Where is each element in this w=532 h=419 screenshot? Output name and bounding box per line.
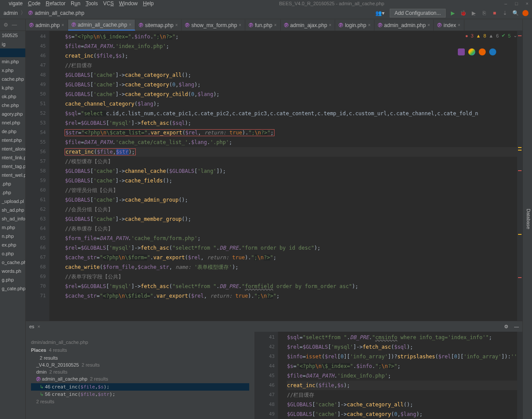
chrome-icon[interactable] <box>468 48 475 55</box>
menu-code[interactable]: Code <box>25 0 43 7</box>
window-controls: – □ × <box>505 1 529 6</box>
menu-tools[interactable]: Tools <box>83 0 100 7</box>
gear-icon[interactable]: ⚙ <box>3 22 8 28</box>
menu-navigate[interactable]: vigate <box>6 0 25 7</box>
usages-tree[interactable]: dmin/admin_all_cache.php Places 4 result… <box>26 332 254 419</box>
add-configuration-button[interactable]: Add Configuration... <box>390 9 446 17</box>
close-tab-icon[interactable]: × <box>38 324 40 329</box>
sidebar-item[interactable]: o_cache.ph <box>0 258 25 267</box>
editor-tab[interactable]: ⓟadmin_admin.php× <box>374 20 434 31</box>
sidebar-item[interactable]: .php <box>0 179 25 188</box>
editor-tab[interactable]: ⓟfun.php× <box>245 20 281 31</box>
editor-tab[interactable]: ⓟshow_mx_form.php× <box>182 20 245 31</box>
chevron-down-icon[interactable]: ⌄ <box>513 33 517 38</box>
sidebar-item[interactable]: min.php <box>0 57 25 66</box>
sidebar-item[interactable]: k.php <box>0 83 25 92</box>
editor-main[interactable]: 4445464748495051525354555657585960616263… <box>26 31 522 321</box>
sidebar-item[interactable]: cache.php <box>0 75 25 83</box>
hide-icon[interactable]: — <box>514 324 519 329</box>
gutter: 4445464748495051525354555657585960616263… <box>26 31 49 321</box>
main-area: ⚙ — 160525igmin.phpx.phpcache.phpk.phpok… <box>0 19 532 419</box>
menu-refactor[interactable]: Refactor <box>43 0 68 7</box>
database-tool-button[interactable]: Database <box>526 209 531 229</box>
close-button[interactable]: × <box>526 1 529 6</box>
sidebar-item[interactable]: nnel.php <box>0 118 25 127</box>
vcs-update-icon[interactable]: ⇣ <box>501 10 508 17</box>
preview-code[interactable]: $sql="select*from ".DB_PRE."cmsinfo wher… <box>278 332 517 419</box>
error-stripe[interactable] <box>517 31 522 321</box>
project-tool-window[interactable]: ⚙ — 160525igmin.phpx.phpcache.phpk.phpok… <box>0 19 26 419</box>
close-icon[interactable]: × <box>368 23 371 27</box>
sidebar-item[interactable]: ntent.php <box>0 136 25 144</box>
editor-tab[interactable]: ⓟadmin_all_cache.php× <box>68 20 135 31</box>
minimize-button[interactable]: – <box>505 1 507 6</box>
attach-icon[interactable]: ⎘ <box>481 10 487 17</box>
menu-help[interactable]: Help <box>141 0 157 7</box>
sidebar-item[interactable]: ntent_alone <box>0 144 25 153</box>
sidebar-item[interactable]: ok.php <box>0 92 25 101</box>
editor-area: ⓟadmin.php×ⓟadmin_all_cache.php×ⓟsitemap… <box>26 19 522 419</box>
run-with-coverage-icon[interactable]: ▶̤ <box>470 10 477 17</box>
sidebar-item[interactable]: g_cate.php <box>0 284 25 293</box>
sidebar-item[interactable]: x.php <box>0 66 25 75</box>
close-icon[interactable]: × <box>329 23 332 27</box>
sidebar-item[interactable]: o.php <box>0 249 25 258</box>
sidebar-item[interactable]: ig <box>0 40 25 48</box>
editor-tab[interactable]: ⓟlogin.php× <box>335 20 374 31</box>
editor-tab[interactable]: ⓟadmin_ajax.php× <box>281 20 336 31</box>
code-content[interactable]: $s="<?php\n\$_index=".$info.";\n?>"; $fi… <box>49 31 517 321</box>
usage-preview[interactable]: 41424344454647484950 $sql="select*from "… <box>254 332 522 419</box>
sidebar-item[interactable]: n.php <box>0 232 25 240</box>
sidebar-item[interactable]: ex.php <box>0 240 25 249</box>
sidebar-item[interactable]: sh_ad.php <box>0 206 25 214</box>
usage-hit[interactable]: ↳ 46 creat_inc($file,$s); <box>31 383 249 391</box>
close-icon[interactable]: × <box>427 23 430 27</box>
sidebar-item[interactable]: words.ph <box>0 267 25 275</box>
usage-hit[interactable]: ↳ 56 creat_inc($file,$str); <box>31 391 249 398</box>
phpstorm-icon[interactable] <box>458 48 465 55</box>
close-icon[interactable]: × <box>239 23 241 27</box>
close-icon[interactable]: × <box>129 22 131 27</box>
usage-file-path: dmin/admin_all_cache.php <box>31 340 249 345</box>
sidebar-item[interactable]: .php <box>0 188 25 197</box>
ide-update-icon[interactable] <box>522 10 529 16</box>
close-icon[interactable]: × <box>458 23 460 27</box>
menu-window[interactable]: Window <box>117 0 141 7</box>
debug-icon[interactable]: 🐞 <box>460 10 467 17</box>
sidebar-item[interactable]: _upload.pl <box>0 197 25 206</box>
close-icon[interactable]: × <box>175 23 178 27</box>
sidebar-item[interactable]: sh_ad_info. <box>0 214 25 223</box>
gear-icon[interactable]: ⚙ <box>504 324 508 329</box>
sidebar-item[interactable]: m.php <box>0 223 25 232</box>
firefox-icon[interactable] <box>479 48 486 55</box>
users-icon[interactable]: 👥▾ <box>375 10 384 16</box>
close-icon[interactable]: × <box>274 23 277 27</box>
search-icon[interactable]: 🔍 <box>512 10 519 17</box>
right-tool-stripe[interactable]: Database <box>522 19 532 419</box>
menu-vcs[interactable]: VCS <box>100 0 117 7</box>
maximize-button[interactable]: □ <box>515 1 518 6</box>
find-usages-panel[interactable]: es × ⚙ — dmin/admin_all_cache.php Places… <box>26 321 522 419</box>
sidebar-item[interactable]: agory.php <box>0 110 25 118</box>
preview-error-stripe[interactable] <box>517 332 522 419</box>
breadcrumb[interactable]: admin 〉 ⓟadmin_all_cache.php <box>3 9 84 17</box>
edge-icon[interactable] <box>489 48 496 55</box>
sidebar-item[interactable]: ntent_wel.p <box>0 171 25 179</box>
collapse-icon[interactable]: — <box>12 22 17 28</box>
sidebar-item[interactable]: de.php <box>0 127 25 136</box>
sidebar-item[interactable]: ntent_link.p <box>0 153 25 162</box>
editor-tab[interactable]: ⓟindex× <box>434 20 464 31</box>
close-icon[interactable]: × <box>62 23 64 27</box>
sidebar-item[interactable]: g.php <box>0 275 25 284</box>
stop-icon[interactable]: ■ <box>491 10 498 17</box>
run-icon[interactable]: ▶ <box>449 10 456 17</box>
editor-tab[interactable]: ⓟadmin.php× <box>26 20 68 31</box>
sidebar-item[interactable]: ntent_tag.p <box>0 162 25 171</box>
sidebar-item[interactable]: che.php <box>0 101 25 110</box>
inspection-widget[interactable]: ●3 ▲8 ▲6 ✔5 ⌄ <box>465 33 517 38</box>
sidebar-project-root[interactable]: 160525 <box>0 31 25 40</box>
weak-warning-indicator-icon: ▲ <box>489 33 494 38</box>
sidebar-item[interactable] <box>0 48 25 57</box>
editor-tab[interactable]: ⓟsitemap.php× <box>135 20 182 31</box>
menu-run[interactable]: Run <box>68 0 83 7</box>
